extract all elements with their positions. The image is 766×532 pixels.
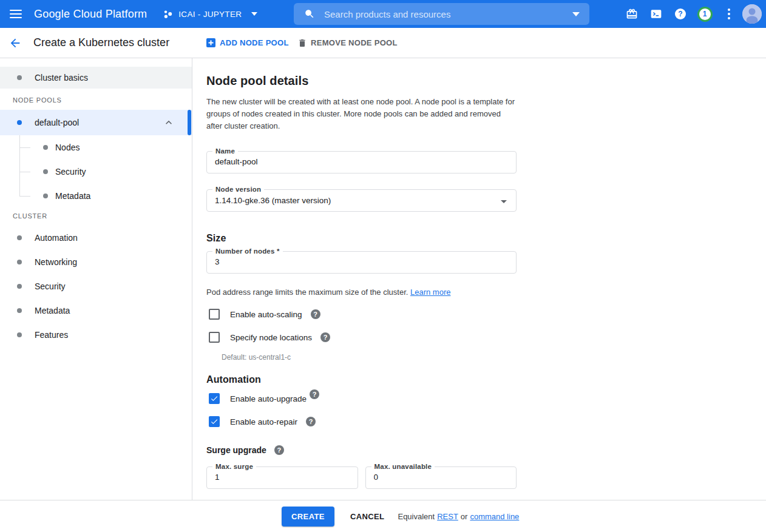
size-heading: Size [206, 233, 766, 244]
node-locations-help-icon[interactable] [320, 332, 330, 342]
create-button[interactable]: CREATE [282, 507, 334, 527]
panel-title: Node pool details [206, 74, 766, 88]
sidebar-item-cluster-basics[interactable]: Cluster basics [0, 67, 192, 89]
sidebar-item-label: Security [55, 167, 86, 177]
max-surge-input[interactable] [215, 473, 341, 482]
step-bullet-icon [17, 235, 22, 240]
sidebar-item-label: Features [35, 330, 68, 340]
step-bullet-icon [43, 145, 48, 150]
default-pool-subtree: Nodes Security Metadata [0, 135, 192, 208]
avatar[interactable] [742, 4, 762, 24]
sidebar-item-label: Networking [35, 257, 77, 267]
gcp-logo[interactable]: Google Cloud Platform [34, 8, 147, 21]
add-node-pool-button[interactable]: ADD NODE POOL [206, 38, 289, 47]
notifications-button[interactable]: 1 [693, 0, 717, 28]
or-text: or [461, 512, 468, 521]
equivalent-text: Equivalent [398, 512, 435, 521]
sidebar-item-nodes[interactable]: Nodes [0, 135, 192, 160]
cloud-shell-button[interactable] [644, 0, 668, 28]
max-unavailable-input[interactable] [374, 473, 500, 482]
more-options-button[interactable] [717, 0, 741, 28]
learn-more-link[interactable]: Learn more [410, 288, 450, 297]
app-header: Google Cloud Platform ICAI - JUPYTER [0, 0, 766, 28]
node-version-field[interactable]: Node version 1.14.10-gke.36 (master vers… [206, 189, 517, 212]
auto-upgrade-help-icon[interactable] [310, 389, 319, 399]
pod-range-text: Pod address range limits the maximum siz… [206, 288, 408, 297]
hamburger-icon [10, 10, 22, 18]
sidebar-item-security[interactable]: Security [0, 274, 192, 298]
auto-scaling-help-icon[interactable] [311, 309, 320, 319]
sidebar-item-label: Nodes [55, 143, 80, 152]
remove-node-pool-button[interactable]: REMOVE NODE POOL [297, 38, 398, 48]
sidebar-item-automation[interactable]: Automation [0, 226, 192, 250]
sidebar-item-pool-metadata[interactable]: Metadata [0, 184, 192, 208]
sidebar-item-features[interactable]: Features [0, 323, 192, 347]
sidebar-item-networking[interactable]: Networking [0, 250, 192, 274]
back-button[interactable] [8, 36, 22, 50]
command-line-link[interactable]: command line [470, 512, 519, 521]
step-bullet-icon [17, 75, 22, 80]
auto-scaling-checkbox[interactable] [209, 309, 220, 320]
project-selector[interactable]: ICAI - JUPYTER [163, 9, 257, 19]
name-field: Name [206, 151, 517, 173]
page-toolbar: Create a Kubernetes cluster ADD NODE POO… [0, 28, 766, 58]
auto-scaling-label: Enable auto-scaling [230, 310, 302, 319]
cluster-section-label: CLUSTER [13, 212, 192, 220]
node-version-label: Node version [212, 186, 264, 194]
cancel-button[interactable]: CANCEL [350, 512, 385, 521]
rest-link[interactable]: REST [437, 512, 458, 521]
page-title: Create a Kubernetes cluster [33, 36, 169, 49]
auto-repair-label: Enable auto-repair [230, 417, 297, 426]
number-of-nodes-input[interactable] [215, 257, 500, 266]
sidebar-scrollbar-thumb[interactable] [188, 110, 191, 135]
surge-fields-row: Max. surge Max. unavailable [206, 466, 517, 489]
auto-upgrade-row: Enable auto-upgrade [209, 393, 766, 404]
max-unavailable-label: Max. unavailable [371, 463, 435, 471]
chevron-up-icon[interactable] [163, 116, 175, 129]
search-input[interactable] [324, 9, 563, 19]
sidebar-item-pool-security[interactable]: Security [0, 160, 192, 184]
sidebar-item-default-pool[interactable]: default-pool [0, 110, 192, 135]
step-bullet-icon [43, 194, 48, 198]
cloud-shell-icon [650, 8, 662, 20]
sidebar-item-label: Metadata [55, 191, 90, 201]
node-locations-checkbox[interactable] [209, 332, 220, 343]
sidebar-item-label: default-pool [35, 118, 79, 127]
add-plus-icon [206, 38, 215, 47]
auto-repair-checkbox[interactable] [209, 416, 220, 427]
action-footer: CREATE CANCEL Equivalent REST or command… [0, 500, 766, 532]
project-name: ICAI - JUPYTER [178, 10, 242, 19]
dropdown-caret-icon [497, 194, 511, 209]
more-vert-icon [728, 8, 730, 19]
free-trial-gift-button[interactable] [620, 0, 644, 28]
trash-icon [297, 38, 307, 48]
node-version-value: 1.14.10-gke.36 (master version) [215, 196, 516, 205]
number-of-nodes-label: Number of nodes * [212, 247, 283, 255]
max-surge-label: Max. surge [212, 463, 256, 471]
gift-icon [626, 8, 638, 20]
surge-upgrade-row: Surge upgrade [206, 445, 766, 455]
auto-scaling-row: Enable auto-scaling [209, 309, 766, 320]
surge-upgrade-help-icon[interactable] [274, 445, 284, 455]
project-caret-icon [251, 12, 257, 16]
menu-button[interactable] [2, 0, 30, 28]
equivalent-links: Equivalent REST or command line [398, 512, 519, 521]
search-bar[interactable] [294, 3, 589, 25]
search-icon [304, 8, 315, 19]
sidebar-item-metadata[interactable]: Metadata [0, 298, 192, 323]
help-button[interactable] [668, 0, 693, 28]
checkmark-icon [210, 417, 219, 426]
default-location-note: Default: us-central1-c [222, 353, 766, 362]
auto-upgrade-checkbox[interactable] [209, 393, 220, 404]
avatar-person-icon [742, 4, 762, 24]
automation-heading: Automation [206, 374, 766, 385]
name-input[interactable] [215, 157, 500, 166]
auto-repair-help-icon[interactable] [306, 417, 316, 426]
project-switcher-icon [163, 9, 173, 19]
sidebar-item-label: Cluster basics [35, 73, 88, 82]
remove-node-pool-label: REMOVE NODE POOL [311, 38, 398, 47]
step-bullet-icon [17, 284, 22, 289]
cluster-nav-sidebar: Cluster basics NODE POOLS default-pool N… [0, 58, 192, 500]
sidebar-item-label: Metadata [35, 306, 70, 315]
search-dropdown-caret-icon[interactable] [572, 12, 580, 16]
